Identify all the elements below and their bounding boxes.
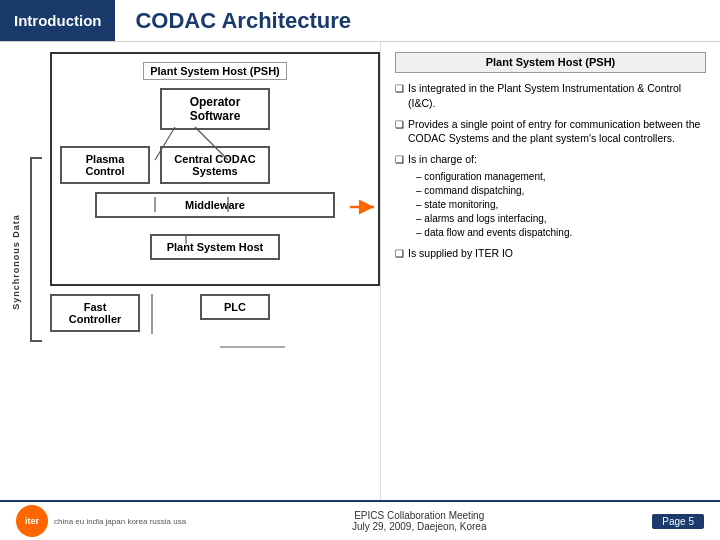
plasma-control-label: Plasma Control bbox=[85, 153, 124, 177]
bullet-sq-4: ❑ bbox=[395, 247, 404, 261]
main-content: Synchronous Data Plant System Host (PSH)… bbox=[0, 42, 720, 500]
bullet-4: ❑ Is supplied by ITER IO bbox=[395, 246, 706, 261]
sub-item-1: configuration management, bbox=[416, 170, 572, 184]
conference-name: EPICS Collaboration Meeting bbox=[186, 510, 652, 521]
bottom-area: Fast Controller PLC bbox=[50, 294, 380, 332]
middleware-label: Middleware bbox=[185, 199, 245, 211]
sub-item-5: data flow and events dispatching. bbox=[416, 226, 572, 240]
page-title: CODAC Architecture bbox=[115, 8, 351, 34]
plant-system-host-label: Plant System Host bbox=[167, 241, 264, 253]
conference-date: July 29, 2009, Daejeon, Korea bbox=[186, 521, 652, 532]
plc-label: PLC bbox=[224, 301, 246, 313]
header: Introduction CODAC Architecture bbox=[0, 0, 720, 42]
iter-logo: iter bbox=[16, 505, 48, 537]
diagram-area: Synchronous Data Plant System Host (PSH)… bbox=[0, 42, 380, 500]
bullet-sq-3: ❑ bbox=[395, 153, 404, 167]
central-codac-label: Central CODAC Systems bbox=[174, 153, 255, 177]
sync-data-label: Synchronous Data bbox=[11, 214, 21, 310]
plasma-control-box: Plasma Control bbox=[60, 146, 150, 184]
bullet-sq-1: ❑ bbox=[395, 82, 404, 96]
operator-software-box: Operator Software bbox=[160, 88, 270, 130]
footer-countries: china eu india japan korea russia usa bbox=[54, 517, 186, 526]
sub-item-3: state monitoring, bbox=[416, 198, 572, 212]
bullet-text-3: Is in charge of: bbox=[408, 153, 477, 165]
fast-controller-label: Fast Controller bbox=[69, 301, 122, 325]
bullet-text-4: Is supplied by ITER IO bbox=[408, 246, 513, 261]
sub-item-4: alarms and logs interfacing, bbox=[416, 212, 572, 226]
sync-bracket bbox=[30, 157, 42, 342]
central-codac-box: Central CODAC Systems bbox=[160, 146, 270, 184]
bullet-text-1: Is integrated in the Plant System Instru… bbox=[408, 81, 706, 110]
bullet-3: ❑ Is in charge of: configuration managem… bbox=[395, 152, 706, 240]
info-panel-title: Plant System Host (PSH) bbox=[395, 52, 706, 73]
middleware-box: Middleware bbox=[95, 192, 335, 218]
middle-row: Plasma Control Central CODAC Systems bbox=[60, 146, 370, 184]
page-number: Page 5 bbox=[652, 514, 704, 529]
header-intro-label: Introduction bbox=[0, 0, 115, 41]
footer-conference-info: EPICS Collaboration Meeting July 29, 200… bbox=[186, 510, 652, 532]
psh-outer-box: Plant System Host (PSH) Operator Softwar… bbox=[50, 52, 380, 286]
bullet-sq-2: ❑ bbox=[395, 118, 404, 132]
sync-label-container: Synchronous Data bbox=[6, 162, 26, 362]
plant-system-host-box: Plant System Host bbox=[150, 234, 280, 260]
fast-controller-box: Fast Controller bbox=[50, 294, 140, 332]
bullet-text-2: Provides a single point of entry for com… bbox=[408, 117, 706, 146]
bullet-1: ❑ Is integrated in the Plant System Inst… bbox=[395, 81, 706, 110]
info-panel: Plant System Host (PSH) ❑ Is integrated … bbox=[380, 42, 720, 500]
sub-item-2: command dispatching, bbox=[416, 184, 572, 198]
psh-box-label: Plant System Host (PSH) bbox=[143, 62, 287, 80]
footer: iter china eu india japan korea russia u… bbox=[0, 500, 720, 540]
sub-list-3: configuration management, command dispat… bbox=[408, 170, 572, 240]
plc-box: PLC bbox=[200, 294, 270, 320]
bullet-3-content: Is in charge of: configuration managemen… bbox=[408, 152, 572, 240]
arrow-right bbox=[348, 195, 378, 223]
bullet-2: ❑ Provides a single point of entry for c… bbox=[395, 117, 706, 146]
operator-software-label: Operator Software bbox=[190, 95, 241, 123]
